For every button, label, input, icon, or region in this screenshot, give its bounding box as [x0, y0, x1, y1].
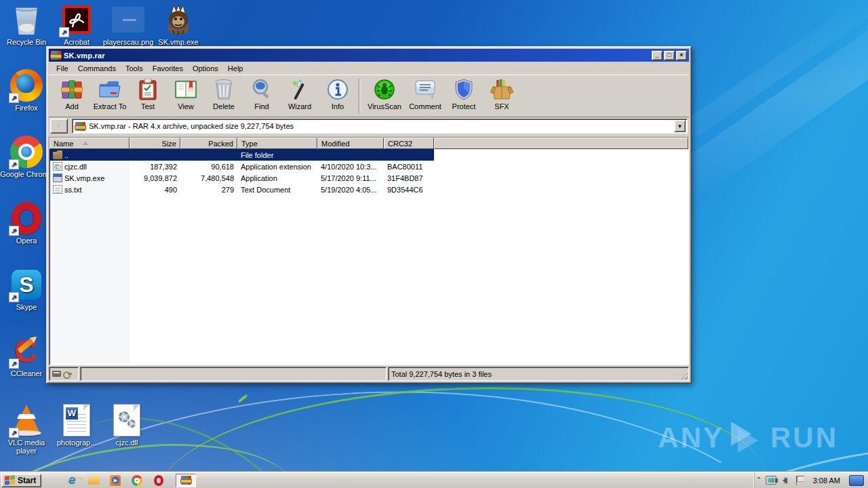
column-header-modified[interactable]: Modified [317, 138, 384, 149]
folder-up-icon [53, 150, 62, 159]
menu-options[interactable]: Options [188, 63, 223, 74]
toolbar-comment-button[interactable]: Comment [406, 77, 445, 115]
dll-gears-icon [113, 404, 140, 436]
toolbar-label: Delete [213, 102, 235, 110]
toolbar-label: SFX [494, 102, 509, 110]
shortcut-arrow-icon: ↗ [9, 292, 19, 302]
desktop-icon-google-chrome[interactable]: ↗ Google Chrome [0, 136, 53, 178]
toolbar-delete-button[interactable]: Delete [205, 77, 243, 115]
delete-trash-icon [215, 77, 233, 102]
desktop-icon-sk-vmp-exe[interactable]: SK.vmp.exe [152, 3, 205, 46]
desktop-icon-firefox[interactable]: ↗ Firefox [0, 69, 53, 112]
menu-tools[interactable]: Tools [121, 63, 148, 74]
gorilla-app-icon [162, 3, 195, 36]
desktop-icon-acrobat[interactable]: ↗ Acrobat [50, 3, 103, 46]
action-center-flag-icon[interactable] [796, 476, 804, 485]
toolbar-test-button[interactable]: Test [129, 77, 167, 115]
desktop-icon-recycle-bin[interactable]: Recycle Bin [0, 3, 53, 46]
file-row-cjzc-dll[interactable]: cjzc.dll 187,392 90,618 Application exte… [50, 161, 688, 172]
desktop-icon-opera[interactable]: ↗ Opera [0, 202, 53, 245]
status-total-cell: Total 9,227,754 bytes in 3 files [388, 367, 689, 381]
desktop-icon-label: Google Chrome [0, 170, 53, 178]
address-combobox[interactable]: SK.vmp.rar - RAR 4.x archive, unpacked s… [72, 119, 688, 134]
start-button-label: Start [18, 476, 36, 485]
chrome-icon[interactable] [131, 474, 143, 487]
desktop-icon-label: Opera [0, 237, 53, 245]
column-header-type[interactable]: Type [237, 138, 317, 149]
explorer-folder-icon[interactable] [87, 474, 100, 487]
toolbar-virusscan-button[interactable]: VirusScan [363, 77, 406, 115]
column-header-packed[interactable]: Packed [180, 138, 237, 149]
desktop-icon-photograp-doc[interactable]: W photograp... [50, 404, 103, 447]
desktop-icon-label: playerscau.png [100, 38, 156, 46]
disk-icon [52, 371, 61, 377]
menu-favorites[interactable]: Favorites [148, 63, 188, 74]
key-icon [63, 371, 72, 377]
file-list: Name Size Packed Type Modified CRC32 .. … [49, 137, 689, 365]
media-player-icon[interactable]: ▶ [109, 474, 121, 487]
show-desktop-icon[interactable] [849, 475, 864, 486]
toolbar-label: VirusScan [368, 102, 401, 110]
test-clipboard-icon [139, 77, 157, 102]
desktop-icon-vlc[interactable]: ↗ VLC media player [0, 404, 53, 455]
toolbar-info-button[interactable]: Info [319, 77, 357, 115]
internet-explorer-icon[interactable]: e [66, 474, 78, 487]
volume-icon[interactable] [783, 477, 787, 484]
desktop-icon-cjzc-dll[interactable]: cjzc.dll [100, 404, 153, 447]
protect-shield-icon [454, 77, 473, 102]
image-thumbnail-icon [112, 7, 144, 33]
up-one-level-button[interactable]: ↑ [50, 119, 68, 134]
toolbar-view-button[interactable]: View [167, 77, 205, 115]
shortcut-arrow-icon: ↗ [9, 359, 19, 369]
address-dropdown-button[interactable]: ▼ [674, 120, 686, 132]
file-row-ss-txt[interactable]: ss.txt 490 279 Text Document 5/19/2020 4… [50, 184, 688, 195]
maximize-button[interactable]: □ [664, 51, 675, 60]
taskbar-clock[interactable]: 3:08 AM [810, 476, 843, 485]
menu-commands[interactable]: Commands [73, 63, 121, 74]
desktop-icon-label: Skype [0, 303, 53, 311]
desktop-icon-label: Recycle Bin [0, 38, 53, 46]
view-book-icon [174, 77, 197, 102]
desktop-icon-ccleaner[interactable]: C ↗ CCleaner [0, 335, 53, 378]
desktop-icon-skype[interactable]: S ↗ Skype [0, 268, 53, 311]
toolbar-wizard-button[interactable]: Wizard [281, 77, 319, 115]
shortcut-arrow-icon: ↗ [9, 428, 19, 438]
close-button[interactable]: × [676, 51, 687, 60]
address-bar-row: ↑ SK.vmp.rar - RAR 4.x archive, unpacked… [49, 117, 689, 135]
column-header-name[interactable]: Name [50, 138, 130, 149]
text-file-icon [53, 185, 62, 194]
sort-ascending-icon [83, 142, 88, 145]
dll-file-icon [53, 162, 62, 171]
shortcut-arrow-icon: ↗ [9, 93, 19, 103]
tray-chevron-icon[interactable]: ˆ [757, 476, 759, 484]
anyrun-watermark: ANY RUN [658, 420, 838, 455]
window-titlebar[interactable]: SK.vmp.rar _ □ × [49, 49, 689, 62]
status-message-cell [80, 367, 387, 381]
desktop-icon-label: CCleaner [0, 369, 53, 378]
toolbar: Add Extract To Test View Delete Find [49, 75, 689, 117]
shortcut-arrow-icon: ↗ [59, 27, 69, 37]
file-row-parent-dir[interactable]: .. File folder [50, 149, 688, 161]
file-row-sk-vmp-exe[interactable]: SK.vmp.exe 9,039,872 7,480,548 Applicati… [50, 172, 688, 184]
toolbar-find-button[interactable]: Find [243, 77, 281, 115]
toolbar-protect-button[interactable]: Protect [445, 77, 483, 115]
taskbar-winrar-button[interactable] [176, 474, 196, 487]
start-button[interactable]: Start [1, 474, 41, 487]
menu-file[interactable]: File [52, 63, 73, 74]
desktop-icon-label: Firefox [0, 104, 53, 112]
opera-icon[interactable] [153, 474, 165, 487]
desktop-icon-label: SK.vmp.exe [152, 38, 205, 46]
toolbar-add-button[interactable]: Add [53, 77, 91, 115]
column-header-crc32[interactable]: CRC32 [384, 138, 434, 149]
toolbar-label: Comment [409, 102, 441, 110]
winrar-window: SK.vmp.rar _ □ × File Commands Tools Fav… [46, 46, 692, 384]
desktop-icon-playerscau-png[interactable]: playerscau.png [100, 3, 156, 46]
status-drive-cell [49, 367, 79, 381]
column-header-size[interactable]: Size [130, 138, 180, 149]
toolbar-sfx-button[interactable]: SFX [483, 77, 521, 115]
resize-grip[interactable] [679, 371, 688, 380]
toolbar-extract-to-button[interactable]: Extract To [91, 77, 129, 115]
menu-help[interactable]: Help [223, 63, 248, 74]
minimize-button[interactable]: _ [652, 51, 663, 60]
recycle-bin-icon [14, 5, 39, 35]
